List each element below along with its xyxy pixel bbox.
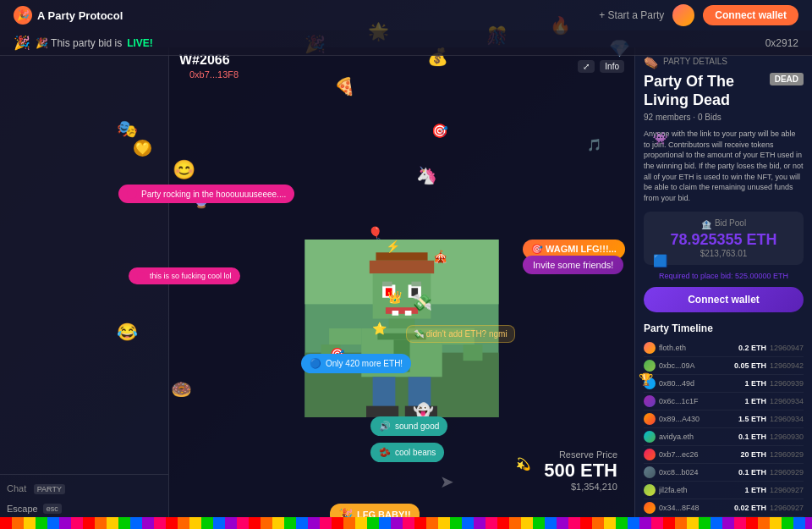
bubble-icon-5: 🫘: [379, 447, 391, 458]
chat-bubble-3: 🔵 Only 420 more ETH!: [301, 354, 411, 373]
party-title-row: Party Of The Living Dead DEAD: [644, 73, 804, 113]
timeline-eth: 1 ETH: [744, 486, 766, 494]
eth-address: 0x2912: [765, 37, 798, 49]
timeline-avatar: [644, 449, 656, 460]
timeline-block: 12960927: [770, 486, 804, 494]
wagmi-text: 🎯 WAGMI LFG!!!...: [531, 244, 617, 254]
chat-bottom: Chat PARTY: [0, 474, 168, 500]
nav-right: + Start a Party Connect wallet: [599, 4, 798, 26]
bottom-rainbow-bar: [0, 517, 812, 529]
table-row: 0xc8...b024 0.1 ETH 12960929: [644, 464, 804, 482]
party-header-row: ⚰️ Party Details: [644, 56, 804, 69]
chat-bubble-3-text: Only 420 more ETH!: [326, 359, 403, 368]
avatar[interactable]: [672, 4, 694, 26]
chat-label: Chat: [7, 483, 26, 493]
chat-bubble-5: 🫘 cool beans: [370, 443, 444, 462]
svg-rect-4: [370, 260, 434, 273]
escape-tag: esc: [43, 504, 62, 514]
start-party-button[interactable]: + Start a Party: [599, 9, 664, 21]
timeline-block: 12960942: [770, 361, 804, 370]
timeline-block: 12960934: [770, 415, 804, 423]
chat-bubble-4-text: sound good: [395, 422, 439, 431]
timeline-address: 0x34...8F48: [659, 504, 731, 512]
right-panel: ⚰️ Party Details Party Of The Living Dea…: [634, 47, 812, 517]
timeline-address: 0x6c...1c1F: [659, 397, 741, 405]
connect-wallet-nav-button[interactable]: Connect wallet: [703, 5, 798, 25]
logo: 🎉 A Party Protocol: [14, 6, 123, 25]
table-row: 0x80...49d 1 ETH 12960939: [644, 375, 804, 393]
svg-rect-22: [409, 377, 431, 409]
timeline-avatar: [644, 431, 656, 443]
bid-pool-icon: 🏦: [701, 220, 711, 229]
escape-row: Escape esc: [0, 500, 168, 517]
party-emoji-banner: 🎉: [14, 35, 30, 51]
chat-bubble-2-text: this is so fucking cool lol: [150, 272, 232, 280]
reserve-amount: 500 ETH: [544, 460, 617, 482]
timeline-header: Party Timeline: [644, 322, 804, 334]
connect-wallet-main-button[interactable]: Connect wallet: [644, 287, 804, 312]
chat-bubble-1: Party rocking in the hooouuuuseeee....: [118, 185, 294, 203]
chat-row: Chat PARTY: [7, 480, 65, 495]
timeline-avatar: [644, 395, 656, 407]
invite-friends-button[interactable]: Invite some friends!: [523, 256, 623, 274]
live-banner-prefix: 🎉 This party bid is: [36, 37, 122, 49]
top-navigation: 🎉 A Party Protocol + Start a Party Conne…: [0, 0, 812, 30]
timeline-block: 12960930: [770, 433, 804, 441]
notify-bubble: 💸 didn't add ETH? ngmi: [406, 325, 515, 343]
timeline-block: 12960934: [770, 397, 804, 405]
nav-arrow[interactable]: ➤: [440, 471, 454, 492]
nft-info-button[interactable]: Info: [600, 60, 624, 73]
timeline-eth: 0.1 ETH: [738, 433, 766, 441]
svg-rect-17: [329, 328, 361, 344]
chat-tag[interactable]: PARTY: [34, 484, 65, 494]
reserve-section: Reserve Price 500 ETH $1,354,210: [544, 449, 617, 492]
bubble-avatar-2: [137, 272, 145, 280]
bubble-icon-3: 🔵: [310, 358, 321, 369]
party-details-label: Party Details: [663, 57, 727, 66]
bid-pool-label: Bid Pool: [715, 218, 746, 228]
timeline-address: 0xc8...b024: [659, 468, 735, 477]
live-text: LIVE!: [127, 37, 153, 49]
reserve-label: Reserve Price: [544, 449, 617, 460]
timeline-address: avidya.eth: [659, 433, 735, 441]
timeline-eth: 1 ETH: [744, 379, 766, 388]
timeline-block: 12960939: [770, 379, 804, 388]
logo-text: A Party Protocol: [37, 9, 123, 22]
svg-rect-12: [405, 311, 412, 316]
bid-pool-section: 🏦 Bid Pool 78.925355 ETH $213,763.01: [644, 212, 804, 265]
timeline-eth: 1.5 ETH: [738, 415, 766, 423]
timeline-address: floth.eth: [659, 344, 735, 352]
svg-rect-11: [392, 311, 399, 316]
table-row: 0xbc...09A 0.05 ETH 12960942: [644, 357, 804, 375]
notify-text: 💸 didn't add ETH? ngmi: [414, 329, 508, 339]
timeline-eth: 0.1 ETH: [738, 468, 766, 477]
required-bid: Required to place bid: 525.00000 ETH: [644, 272, 804, 280]
svg-rect-10: [386, 307, 418, 314]
svg-rect-9: [411, 288, 418, 296]
timeline-eth: 20 ETH: [740, 450, 766, 459]
reserve-usd: $1,354,210: [544, 482, 617, 492]
table-row: 0x6c...1c1F 1 ETH 12960934: [644, 393, 804, 411]
nft-owner: 0xb7...13F8: [179, 69, 239, 80]
nft-expand-button[interactable]: ⤢: [578, 60, 595, 73]
table-row: jil2fa.eth 1 ETH 12960927: [644, 482, 804, 499]
chat-bubble-5-text: cool beans: [395, 448, 436, 457]
timeline-block: 12960929: [770, 450, 804, 459]
svg-rect-25: [382, 281, 392, 286]
timeline-block: 12960947: [770, 344, 804, 352]
table-row: 0x89...A430 1.5 ETH 12960934: [644, 411, 804, 428]
logo-icon: 🎉: [14, 6, 32, 25]
live-badge: 🎉 🎉 This party bid is LIVE!: [14, 35, 153, 51]
timeline-address: 0x80...49d: [659, 379, 741, 388]
timeline-block: 12960929: [770, 468, 804, 477]
party-icon: ⚰️: [644, 56, 658, 69]
nft-actions: ⤢ Info: [578, 60, 624, 73]
live-banner: 🎉 🎉 This party bid is LIVE! 0x2912: [0, 30, 812, 56]
chat-content: [0, 47, 168, 474]
party-description: Anyone with the link to your party will …: [644, 129, 804, 203]
nft-id-section: W#2066 0xb7...13F8: [179, 52, 239, 80]
svg-rect-24: [405, 405, 437, 416]
table-row: avidya.eth 0.1 ETH 12960930: [644, 428, 804, 446]
timeline-address: 0xb7...ec26: [659, 450, 737, 459]
escape-label[interactable]: Escape: [7, 504, 38, 514]
